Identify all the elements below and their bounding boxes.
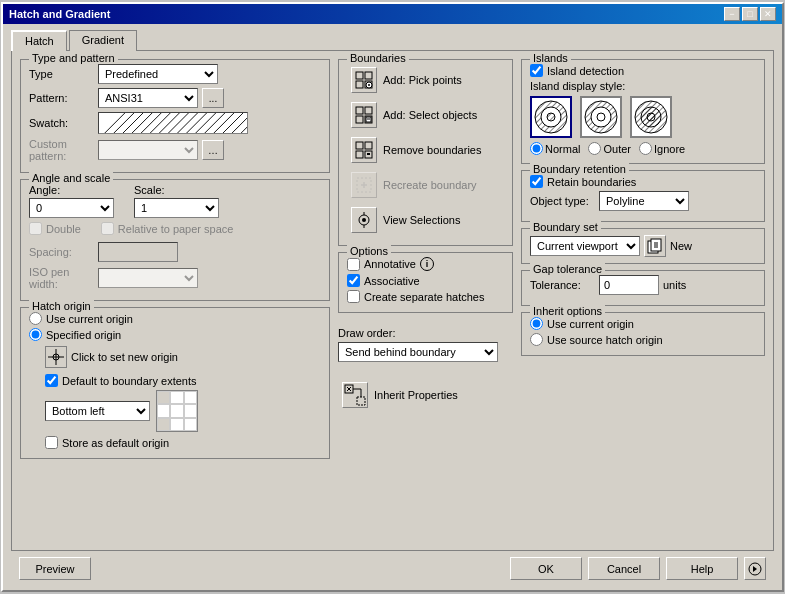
type-pattern-label: Type and pattern (29, 52, 118, 64)
custom-browse-button[interactable]: … (202, 140, 224, 160)
spacing-input[interactable] (98, 242, 178, 262)
draw-order-group: Draw order: Send behind boundary Send to… (338, 323, 513, 362)
svg-rect-34 (365, 142, 372, 149)
origin-icon (45, 346, 67, 368)
island-radio-row: Normal Outer Ignore (530, 142, 756, 155)
tolerance-input[interactable] (599, 275, 659, 295)
preview-button[interactable]: Preview (19, 557, 91, 580)
add-pick-btn[interactable]: Add: Pick points (347, 64, 504, 96)
create-separate-label: Create separate hatches (364, 291, 484, 303)
specified-label: Specified origin (46, 329, 121, 341)
associative-checkbox[interactable] (347, 274, 360, 287)
ignore-island-img[interactable] (630, 96, 672, 138)
islands-group: Islands Island detection Island display … (521, 59, 765, 164)
normal-radio[interactable] (530, 142, 543, 155)
dialog-body: Hatch Gradient Type and pattern Type Pre… (3, 24, 782, 590)
ignore-radio[interactable] (639, 142, 652, 155)
specified-radio[interactable] (29, 328, 42, 341)
draw-order-label: Draw order: (338, 327, 395, 339)
spacing-label: Spacing: (29, 246, 94, 258)
use-current-radio[interactable] (29, 312, 42, 325)
svg-rect-22 (356, 81, 363, 88)
object-type-label: Object type: (530, 195, 595, 207)
inherit-btn[interactable]: Inherit Properties (338, 378, 513, 412)
ignore-radio-item: Ignore (639, 142, 685, 155)
boundary-retention-label: Boundary retention (530, 163, 629, 175)
normal-island-img[interactable] (530, 96, 572, 138)
add-select-btn[interactable]: Add: Select objects (347, 99, 504, 131)
inherit-use-current-radio[interactable] (530, 317, 543, 330)
boundary-set-label: Boundary set (530, 221, 601, 233)
viewport-select[interactable]: Current viewport Existing set (530, 236, 640, 256)
iso-row: ISO pen width: (29, 266, 321, 290)
dialog-buttons: OK Cancel Help (510, 557, 766, 580)
outer-radio[interactable] (588, 142, 601, 155)
scale-select[interactable]: 1 (134, 198, 219, 218)
relative-checkbox[interactable] (101, 222, 114, 235)
view-icon (351, 207, 377, 233)
tab-hatch[interactable]: Hatch (11, 30, 67, 51)
inherit-options-label: Inherit options (530, 305, 605, 317)
normal-island (530, 96, 572, 138)
draw-order-select[interactable]: Send behind boundary Send to back Bring … (338, 342, 498, 362)
svg-rect-20 (356, 72, 363, 79)
retain-boundaries-checkbox[interactable] (530, 175, 543, 188)
maximize-button[interactable]: □ (742, 7, 758, 21)
boundary-retention-group: Boundary retention Retain boundaries Obj… (521, 170, 765, 222)
svg-point-62 (647, 113, 655, 121)
create-separate-checkbox[interactable] (347, 290, 360, 303)
new-label: New (670, 240, 692, 252)
tab-gradient[interactable]: Gradient (69, 30, 137, 51)
custom-pattern-select[interactable] (98, 140, 198, 160)
help-button[interactable]: Help (666, 557, 738, 580)
angle-select[interactable]: 0 (29, 198, 114, 218)
recreate-btn[interactable]: Recreate boundary (347, 169, 504, 201)
inherit-icon (342, 382, 368, 408)
inherit-use-current-label: Use current origin (547, 318, 634, 330)
tabs: Hatch Gradient (11, 30, 774, 51)
type-select[interactable]: Predefined User defined Custom (98, 64, 218, 84)
island-detection-checkbox[interactable] (530, 64, 543, 77)
island-detection-label: Island detection (547, 65, 624, 77)
svg-point-57 (597, 113, 605, 121)
pattern-browse-button[interactable]: ... (202, 88, 224, 108)
minimize-button[interactable]: − (724, 7, 740, 21)
recreate-icon (351, 172, 377, 198)
add-pick-icon (351, 67, 377, 93)
tolerance-label: Tolerance: (530, 279, 595, 291)
arrow-button[interactable] (744, 557, 766, 580)
scale-field: Scale: 1 (134, 184, 219, 218)
normal-radio-item: Normal (530, 142, 580, 155)
double-checkbox[interactable] (29, 222, 42, 235)
right-column: Islands Island detection Island display … (521, 59, 765, 542)
outer-label: Outer (603, 143, 631, 155)
default-boundary-checkbox[interactable] (45, 374, 58, 387)
info-icon[interactable]: i (420, 257, 434, 271)
tolerance-row: Tolerance: units (530, 275, 756, 295)
bottom-left-select[interactable]: Bottom left Bottom right Top left Top ri… (45, 401, 150, 421)
annotative-checkbox[interactable] (347, 258, 360, 271)
cancel-button[interactable]: Cancel (588, 557, 660, 580)
boundaries-label: Boundaries (347, 52, 409, 64)
store-default-checkbox[interactable] (45, 436, 58, 449)
gap-tolerance-label: Gap tolerance (530, 263, 605, 275)
type-label: Type (29, 68, 94, 80)
view-selections-btn[interactable]: View Selections (347, 204, 504, 236)
new-icon-btn[interactable] (644, 235, 666, 257)
angle-scale-group: Angle and scale Angle: 0 Scale: (20, 179, 330, 301)
close-button[interactable]: ✕ (760, 7, 776, 21)
click-set-origin-btn[interactable]: Click to set new origin (45, 344, 321, 370)
create-separate-row: Create separate hatches (347, 290, 504, 303)
inherit-use-source-radio[interactable] (530, 333, 543, 346)
svg-rect-28 (365, 107, 372, 114)
object-type-select[interactable]: Polyline Region (599, 191, 689, 211)
outer-island-img[interactable] (580, 96, 622, 138)
ok-button[interactable]: OK (510, 557, 582, 580)
pattern-select[interactable]: ANSI31 (98, 88, 198, 108)
inherit-use-source-row: Use source hatch origin (530, 333, 756, 346)
svg-rect-0 (105, 113, 241, 133)
iso-select[interactable] (98, 268, 198, 288)
custom-pattern-label: Custom pattern: (29, 138, 94, 162)
double-label: Double (46, 223, 81, 235)
remove-btn[interactable]: Remove boundaries (347, 134, 504, 166)
